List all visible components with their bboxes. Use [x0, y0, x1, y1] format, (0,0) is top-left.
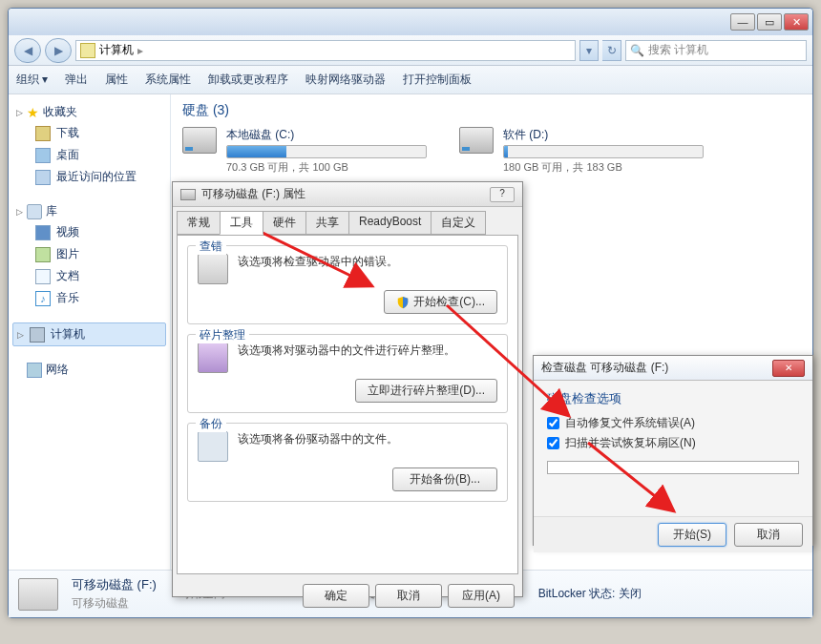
group-legend: 备份 — [196, 416, 226, 432]
drive-icon — [180, 189, 196, 200]
dialog-footer: 确定 取消 应用(A) — [173, 578, 522, 613]
search-placeholder: 搜索 计算机 — [648, 42, 708, 58]
dialog-title: 可移动磁盘 (F:) 属性 — [201, 186, 305, 202]
start-button[interactable]: 开始(S) — [658, 523, 726, 547]
space-bar — [503, 145, 704, 158]
selected-item-name: 可移动磁盘 (F:) — [72, 576, 157, 593]
sidebar-item-video[interactable]: 视频 — [12, 221, 166, 243]
tab-tools[interactable]: 工具 — [220, 211, 263, 235]
window-titlebar: — ▭ ✕ — [9, 9, 812, 35]
computer-icon — [30, 327, 45, 343]
check-disk-dialog: 检查磁盘 可移动磁盘 (F:) ✕ 磁盘检查选项 自动修复文件系统错误(A) 扫… — [533, 355, 813, 546]
drive-icon — [459, 127, 494, 154]
tab-general[interactable]: 常规 — [177, 211, 221, 235]
sidebar-item-desktop[interactable]: 桌面 — [12, 144, 166, 166]
checkbox-auto-fix[interactable] — [547, 417, 559, 429]
group-desc: 该选项将检查驱动器中的错误。 — [238, 254, 497, 270]
selected-item-type: 可移动磁盘 — [72, 595, 157, 612]
ok-button[interactable]: 确定 — [303, 584, 369, 608]
group-desc: 该选项将备份驱动器中的文件。 — [238, 431, 497, 447]
option-scan-recover[interactable]: 扫描并尝试恢复坏扇区(N) — [547, 435, 799, 451]
system-properties-button[interactable]: 系统属性 — [145, 72, 191, 88]
sidebar-item-music[interactable]: ♪音乐 — [12, 287, 166, 309]
chevron-right-icon: ▸ — [137, 44, 143, 57]
navigation-pane: ▷★收藏夹 下载 桌面 最近访问的位置 ▷库 视频 图片 文档 ♪音乐 ▷计算机… — [9, 94, 171, 591]
map-drive-button[interactable]: 映射网络驱动器 — [305, 72, 386, 88]
option-auto-fix[interactable]: 自动修复文件系统错误(A) — [547, 415, 799, 431]
favorites-group[interactable]: ▷★收藏夹 — [12, 102, 166, 122]
group-defrag: 碎片整理 该选项将对驱动器中的文件进行碎片整理。 立即进行碎片整理(D)... — [187, 334, 508, 413]
sidebar-item-network[interactable]: ▷网络 — [12, 360, 166, 380]
close-button[interactable]: ✕ — [772, 360, 805, 377]
drive-subtext: 70.3 GB 可用，共 100 GB — [226, 160, 427, 175]
computer-icon — [80, 43, 95, 58]
space-bar — [226, 145, 427, 158]
music-icon: ♪ — [35, 291, 51, 306]
check-now-button[interactable]: 开始检查(C)... — [384, 290, 497, 314]
drive-label: 软件 (D:) — [503, 127, 704, 143]
network-icon — [27, 363, 42, 378]
search-icon: 🔍 — [630, 44, 644, 57]
video-icon — [35, 225, 51, 240]
properties-dialog: 可移动磁盘 (F:) 属性 ? 常规 工具 硬件 共享 ReadyBoost 自… — [172, 181, 523, 597]
cancel-button[interactable]: 取消 — [375, 584, 442, 608]
drive-c[interactable]: 本地磁盘 (C:) 70.3 GB 可用，共 100 GB — [182, 127, 431, 175]
help-button[interactable]: ? — [490, 187, 515, 202]
sidebar-item-computer[interactable]: ▷计算机 — [12, 322, 166, 346]
drive-d[interactable]: 软件 (D:) 180 GB 可用，共 183 GB — [459, 127, 707, 175]
drive-label: 本地磁盘 (C:) — [226, 127, 427, 143]
document-icon — [35, 269, 51, 284]
group-error-checking: 查错 该选项将检查驱动器中的错误。 开始检查(C)... — [187, 245, 508, 324]
group-legend: 查错 — [196, 239, 226, 255]
progress-bar — [547, 461, 799, 474]
sidebar-item-pictures[interactable]: 图片 — [12, 243, 166, 265]
organize-menu[interactable]: 组织 ▾ — [16, 72, 48, 88]
group-desc: 该选项将对驱动器中的文件进行碎片整理。 — [238, 343, 497, 359]
search-box[interactable]: 🔍 搜索 计算机 — [625, 40, 807, 61]
dialog-footer: 开始(S) 取消 — [534, 516, 812, 552]
star-icon: ★ — [27, 105, 39, 120]
nav-bar: ◀ ▶ 计算机 ▸ ▾ ↻ 🔍 搜索 计算机 — [9, 35, 812, 66]
tab-readyboost[interactable]: ReadyBoost — [348, 211, 432, 235]
group-backup: 备份 该选项将备份驱动器中的文件。 开始备份(B)... — [187, 423, 508, 502]
forward-button[interactable]: ▶ — [45, 38, 72, 63]
eject-button[interactable]: 弹出 — [65, 72, 88, 88]
close-button[interactable]: ✕ — [784, 13, 809, 31]
picture-icon — [35, 247, 51, 262]
defrag-now-button[interactable]: 立即进行碎片整理(D)... — [355, 379, 497, 403]
properties-button[interactable]: 属性 — [105, 72, 128, 88]
minimize-button[interactable]: — — [730, 13, 755, 31]
backup-now-button[interactable]: 开始备份(B)... — [392, 467, 497, 491]
maximize-button[interactable]: ▭ — [757, 13, 782, 31]
control-panel-button[interactable]: 打开控制面板 — [403, 72, 472, 88]
breadcrumb[interactable]: 计算机 — [99, 42, 134, 58]
address-dropdown[interactable]: ▾ — [579, 40, 599, 61]
section-heading-hdd: 硬盘 (3) — [182, 102, 801, 119]
desktop-icon — [35, 148, 51, 163]
backup-icon — [198, 431, 228, 462]
defrag-icon — [198, 343, 228, 373]
tab-panel-tools: 查错 该选项将检查驱动器中的错误。 开始检查(C)... 碎片整理 该选项将对驱… — [177, 235, 518, 574]
library-icon — [27, 204, 42, 219]
sidebar-item-documents[interactable]: 文档 — [12, 265, 166, 287]
recent-icon — [35, 170, 51, 185]
apply-button[interactable]: 应用(A) — [448, 584, 515, 608]
tab-custom[interactable]: 自定义 — [431, 211, 486, 235]
uninstall-button[interactable]: 卸载或更改程序 — [208, 72, 288, 88]
tab-sharing[interactable]: 共享 — [305, 211, 349, 235]
dialog-title: 检查磁盘 可移动磁盘 (F:) — [541, 360, 668, 376]
cancel-button[interactable]: 取消 — [734, 523, 803, 547]
bitlocker-status: BitLocker 状态: 关闭 — [538, 586, 642, 602]
dialog-titlebar[interactable]: 可移动磁盘 (F:) 属性 ? — [173, 182, 522, 207]
back-button[interactable]: ◀ — [14, 38, 41, 63]
dialog-titlebar[interactable]: 检查磁盘 可移动磁盘 (F:) ✕ — [534, 356, 812, 381]
libraries-group[interactable]: ▷库 — [12, 201, 166, 221]
drive-subtext: 180 GB 可用，共 183 GB — [503, 160, 704, 175]
tab-hardware[interactable]: 硬件 — [263, 211, 306, 235]
sidebar-item-recent[interactable]: 最近访问的位置 — [12, 166, 166, 188]
checkbox-scan-recover[interactable] — [547, 437, 559, 449]
address-bar[interactable]: 计算机 ▸ — [75, 40, 576, 61]
drive-icon — [182, 127, 217, 154]
refresh-button[interactable]: ↻ — [602, 40, 621, 61]
sidebar-item-downloads[interactable]: 下载 — [12, 122, 166, 144]
